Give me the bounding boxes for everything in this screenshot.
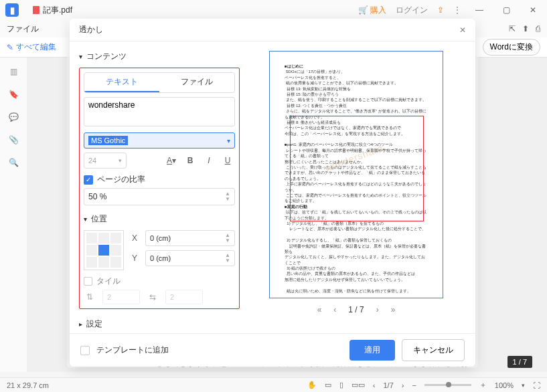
- spinner-icon: ▲▼: [225, 233, 230, 243]
- view-single-icon[interactable]: ▭: [325, 381, 331, 389]
- underline-button[interactable]: U: [220, 153, 235, 168]
- page-preview: ■はじめに SDGsには「17の目標」があり、 ペーパーレス化を推進すると、 紙…: [269, 51, 443, 298]
- pager-current: 1 / 7: [348, 305, 364, 314]
- tile-v-input: 2: [102, 290, 140, 304]
- chevron-down-icon[interactable]: ▾: [522, 382, 525, 389]
- buy-label: 購入: [370, 5, 386, 16]
- pager-next[interactable]: ›: [376, 305, 379, 314]
- position-grid[interactable]: [84, 230, 124, 270]
- comment-icon[interactable]: 💬: [9, 112, 19, 122]
- font-color-button[interactable]: A▾: [164, 153, 179, 168]
- zoom-slider[interactable]: [424, 384, 471, 386]
- ratio-label: ページの比率: [97, 174, 145, 185]
- attachment-icon[interactable]: 📎: [9, 135, 19, 144]
- tab-file[interactable]: ファイル: [159, 73, 234, 92]
- font-value: MS Gothic: [88, 136, 128, 145]
- ratio-value: 50 %: [88, 192, 106, 201]
- bookmark-icon[interactable]: 🔖: [9, 90, 19, 99]
- print-icon[interactable]: ⎙: [536, 24, 540, 33]
- cart-icon: 🛒: [358, 5, 368, 15]
- chevron-down-icon: ▾: [119, 157, 122, 164]
- zoom-in-icon[interactable]: ＋: [479, 380, 487, 390]
- template-label: テンプレートに追加: [96, 345, 169, 356]
- y-label: Y: [132, 254, 140, 263]
- preview-pager: « ‹ 1 / 7 › »: [317, 305, 396, 314]
- tile-label: タイル: [96, 276, 121, 287]
- contents-panel: テキスト ファイル wondershare MS Gothic ▾ 24 ▾ A…: [79, 68, 240, 309]
- file-tab[interactable]: 記事.pdf: [25, 2, 79, 19]
- login-link[interactable]: ログイン: [396, 5, 428, 16]
- search-icon[interactable]: 🔍: [9, 158, 19, 167]
- app-icon: ▮: [5, 3, 19, 17]
- apply-button[interactable]: 適用: [349, 340, 395, 361]
- settings-section[interactable]: ▸ 設定: [79, 316, 240, 333]
- ratio-checkbox[interactable]: ✓: [84, 175, 93, 185]
- cancel-button[interactable]: キャンセル: [402, 339, 465, 361]
- export-icon[interactable]: ⇱: [509, 24, 516, 33]
- x-input[interactable]: 0 (cm) ▲▼: [145, 230, 235, 246]
- file-tab-label: 記事.pdf: [43, 5, 72, 16]
- caret-down-icon: ▾: [84, 215, 87, 223]
- settings-label: 設定: [86, 318, 102, 330]
- view-two-icon[interactable]: ▭▭: [351, 381, 365, 389]
- dialog-close-button[interactable]: ✕: [459, 25, 466, 35]
- page-indicator: 1 / 7: [507, 356, 532, 368]
- hand-tool-icon[interactable]: ✋: [307, 381, 317, 389]
- caret-down-icon: ▾: [79, 53, 82, 60]
- pager-last[interactable]: »: [391, 305, 396, 314]
- template-checkbox[interactable]: [80, 346, 90, 355]
- x-value: 0 (cm): [150, 234, 171, 242]
- font-size-value: 24: [88, 157, 96, 165]
- sidebar: ▥ 🔖 💬 📎 🔍: [0, 58, 27, 372]
- more-icon[interactable]: ⋮: [453, 5, 461, 15]
- file-menu[interactable]: ファイル: [7, 23, 39, 35]
- edit-all-label: すべて編集: [16, 41, 56, 53]
- tab-text[interactable]: テキスト: [84, 73, 159, 92]
- buy-link[interactable]: 🛒 購入: [358, 5, 386, 16]
- minimize-button[interactable]: ―: [471, 1, 488, 19]
- caret-right-icon: ▸: [79, 320, 82, 328]
- font-size-select[interactable]: 24 ▾: [84, 153, 127, 169]
- zoom-value[interactable]: 100%: [495, 381, 514, 389]
- watermark-dialog: 透かし ✕ ▾ コンテンツ テキスト ファイル wondershare MS G…: [70, 19, 475, 367]
- fullscreen-icon[interactable]: ⛶: [533, 381, 540, 389]
- tile-checkbox[interactable]: [84, 277, 92, 286]
- spinner-icon: ▲▼: [225, 191, 230, 202]
- contents-section[interactable]: ▾ コンテンツ: [79, 48, 240, 68]
- dialog-title: 透かし: [79, 24, 103, 35]
- bold-button[interactable]: B: [183, 153, 198, 168]
- x-label: X: [132, 233, 140, 243]
- tile-horizontal-icon: ⇆: [147, 292, 159, 302]
- source-tabs: テキスト ファイル: [84, 72, 235, 93]
- watermark-highlight: [290, 116, 424, 221]
- zoom-out-icon[interactable]: −: [412, 381, 416, 389]
- tile-h-input: 2: [165, 290, 203, 304]
- pencil-icon: ✎: [7, 43, 13, 52]
- close-button[interactable]: ✕: [524, 1, 542, 19]
- maximize-button[interactable]: ▢: [497, 1, 515, 19]
- thumbnails-icon[interactable]: ▥: [10, 67, 17, 76]
- status-pager-next[interactable]: ›: [402, 381, 404, 389]
- font-select[interactable]: MS Gothic ▾: [84, 132, 235, 149]
- position-section[interactable]: ▾ 位置: [84, 211, 235, 230]
- share-icon[interactable]: ⇪: [437, 5, 444, 15]
- preview-panel: ■はじめに SDGsには「17の目標」があり、 ペーパーレス化を推進すると、 紙…: [246, 48, 466, 333]
- view-continuous-icon[interactable]: ▯: [339, 381, 343, 389]
- status-page[interactable]: 1/7: [383, 381, 393, 389]
- position-center[interactable]: [98, 245, 109, 256]
- contents-label: コンテンツ: [86, 51, 127, 62]
- watermark-text-input[interactable]: wondershare: [84, 97, 235, 126]
- edit-all-button[interactable]: ✎ すべて編集: [7, 41, 56, 53]
- pager-prev[interactable]: ‹: [333, 305, 336, 314]
- y-value: 0 (cm): [150, 254, 171, 262]
- italic-button[interactable]: I: [202, 153, 216, 168]
- upload-icon[interactable]: ⬆: [522, 24, 529, 33]
- status-pager-prev[interactable]: ‹: [373, 381, 376, 389]
- svg-rect-0: [33, 6, 40, 14]
- spinner-icon: ▲▼: [225, 253, 230, 264]
- convert-word-button[interactable]: Wordに変換: [483, 39, 540, 56]
- ratio-input[interactable]: 50 % ▲▼: [84, 188, 235, 205]
- y-input[interactable]: 0 (cm) ▲▼: [145, 250, 235, 266]
- pager-first[interactable]: «: [317, 305, 322, 314]
- chevron-down-icon: ▾: [227, 137, 230, 144]
